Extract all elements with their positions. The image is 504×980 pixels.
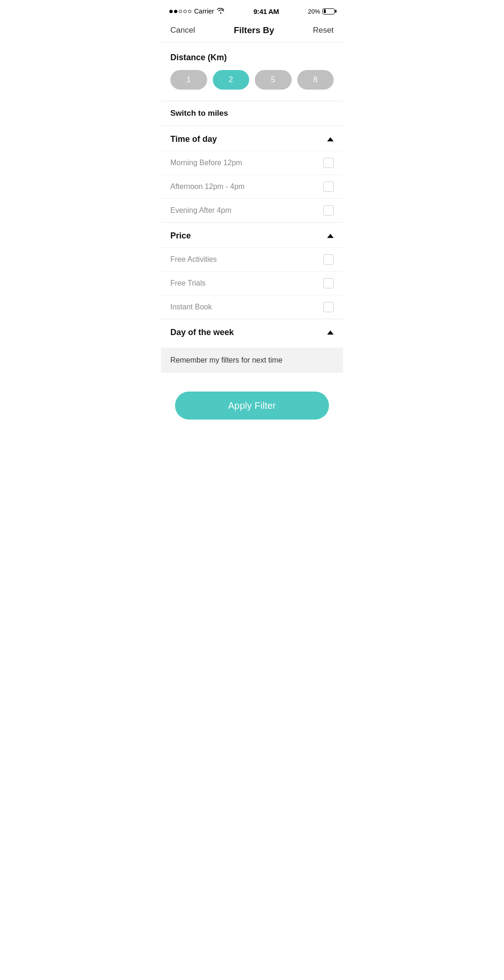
- page-title: Filters By: [234, 25, 274, 35]
- instant-book-item: Instant Book: [161, 295, 343, 319]
- distance-pills-row: 1 2 5 8: [170, 70, 334, 90]
- status-left: Carrier: [169, 7, 224, 15]
- distance-section: Distance (Km) 1 2 5 8: [161, 42, 343, 101]
- apply-filter-button[interactable]: Apply Filter: [175, 392, 329, 420]
- carrier-text: Carrier: [194, 7, 214, 15]
- free-activities-item: Free Activities: [161, 247, 343, 271]
- signal-dot-3: [179, 10, 182, 13]
- time-of-day-title: Time of day: [170, 134, 217, 144]
- price-header[interactable]: Price: [161, 223, 343, 247]
- free-activities-label: Free Activities: [170, 255, 217, 264]
- time-of-day-chevron: [327, 137, 334, 141]
- distance-pill-2[interactable]: 2: [213, 70, 250, 90]
- remember-bar[interactable]: Remember my filters for next time: [161, 348, 343, 373]
- status-right: 20%: [308, 8, 335, 15]
- signal-dot-2: [174, 10, 177, 13]
- price-title: Price: [170, 231, 191, 241]
- signal-dot-4: [183, 10, 187, 13]
- nav-bar: Cancel Filters By Reset: [161, 21, 343, 42]
- time-of-day-section: Time of day Morning Before 12pm Afternoo…: [161, 126, 343, 222]
- status-bar: Carrier 9:41 AM 20%: [161, 0, 343, 21]
- switch-miles-label: Switch to miles: [170, 109, 228, 118]
- evening-label: Evening After 4pm: [170, 206, 231, 215]
- afternoon-checkbox[interactable]: [323, 182, 334, 192]
- distance-pill-8[interactable]: 8: [297, 70, 334, 90]
- afternoon-label: Afternoon 12pm - 4pm: [170, 182, 245, 191]
- signal-dot-5: [188, 10, 191, 13]
- reset-button[interactable]: Reset: [313, 26, 334, 35]
- apply-btn-container: Apply Filter: [161, 373, 343, 434]
- free-trials-checkbox[interactable]: [323, 278, 334, 288]
- day-of-week-chevron: [327, 330, 334, 335]
- switch-miles[interactable]: Switch to miles: [161, 101, 343, 126]
- free-trials-label: Free Trials: [170, 279, 206, 287]
- afternoon-item: Afternoon 12pm - 4pm: [161, 175, 343, 198]
- distance-pill-5[interactable]: 5: [255, 70, 292, 90]
- morning-item: Morning Before 12pm: [161, 151, 343, 175]
- price-section: Price Free Activities Free Trials Instan…: [161, 223, 343, 319]
- status-time: 9:41 AM: [253, 7, 279, 15]
- free-trials-item: Free Trials: [161, 271, 343, 295]
- day-of-week-header[interactable]: Day of the week: [161, 319, 343, 344]
- wifi-icon: [217, 7, 224, 15]
- evening-item: Evening After 4pm: [161, 198, 343, 222]
- distance-section-title: Distance (Km): [170, 53, 334, 63]
- time-of-day-header[interactable]: Time of day: [161, 126, 343, 151]
- free-activities-checkbox[interactable]: [323, 254, 334, 265]
- distance-pill-1[interactable]: 1: [170, 70, 207, 90]
- remember-label: Remember my filters for next time: [170, 356, 282, 364]
- signal-dot-1: [169, 10, 173, 13]
- battery-percent: 20%: [308, 8, 320, 15]
- day-of-week-title: Day of the week: [170, 328, 234, 337]
- signal-dots: [169, 10, 191, 13]
- day-of-week-section: Day of the week: [161, 319, 343, 344]
- morning-label: Morning Before 12pm: [170, 159, 242, 167]
- battery-icon: [322, 8, 335, 14]
- evening-checkbox[interactable]: [323, 205, 334, 216]
- cancel-button[interactable]: Cancel: [170, 26, 195, 35]
- morning-checkbox[interactable]: [323, 158, 334, 168]
- instant-book-label: Instant Book: [170, 303, 212, 311]
- instant-book-checkbox[interactable]: [323, 302, 334, 312]
- price-chevron: [327, 234, 334, 238]
